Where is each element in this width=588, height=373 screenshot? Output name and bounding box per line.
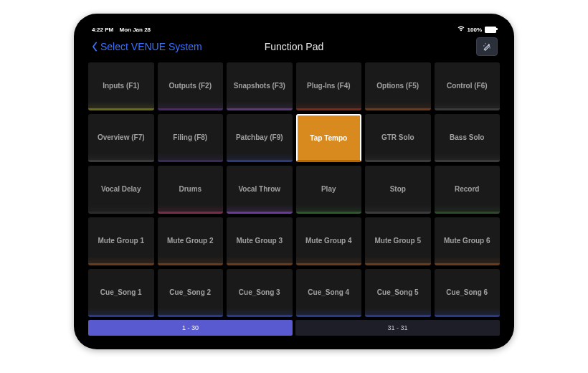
- status-left: 4:22 PM Mon Jan 28: [92, 27, 155, 33]
- page-tab-1[interactable]: 31 - 31: [295, 320, 500, 336]
- pad-4-1[interactable]: Cue_Song 2: [158, 269, 224, 317]
- pad-label: Record: [455, 185, 479, 193]
- pad-2-5[interactable]: Record: [435, 166, 501, 214]
- pad-2-2[interactable]: Vocal Throw: [227, 166, 293, 214]
- pad-label: Cue_Song 2: [169, 288, 211, 296]
- pad-label: Cue_Song 5: [377, 288, 419, 296]
- pad-label: Plug-Ins (F4): [307, 82, 351, 90]
- back-label: Select VENUE System: [100, 41, 202, 52]
- pad-label: Cue_Song 1: [100, 288, 142, 296]
- wand-icon: [483, 42, 491, 51]
- ipad-frame: 4:22 PM Mon Jan 28 100% Select VENUE Sys…: [74, 14, 514, 349]
- pad-0-0[interactable]: Inputs (F1): [88, 62, 154, 110]
- edit-button[interactable]: [476, 37, 498, 56]
- pad-4-5[interactable]: Cue_Song 6: [435, 269, 501, 317]
- pad-label: Drums: [179, 185, 201, 193]
- pad-2-4[interactable]: Stop: [365, 166, 431, 214]
- pad-1-4[interactable]: GTR Solo: [365, 114, 431, 162]
- pad-4-0[interactable]: Cue_Song 1: [88, 269, 154, 317]
- pad-1-0[interactable]: Overview (F7): [88, 114, 154, 162]
- chevron-left-icon: [90, 42, 99, 52]
- pad-label: Mute Group 6: [444, 237, 490, 245]
- pad-label: Options (F5): [376, 82, 419, 90]
- pad-label: Cue_Song 4: [308, 288, 349, 296]
- pad-1-3[interactable]: Tap Tempo: [296, 114, 362, 162]
- pad-label: Snapshots (F3): [234, 82, 285, 90]
- pad-label: Mute Group 2: [167, 237, 213, 245]
- pad-label: Cue_Song 6: [446, 288, 488, 296]
- page-tab-label: 31 - 31: [387, 324, 407, 331]
- pad-label: Tap Tempo: [310, 134, 347, 142]
- pad-label: Mute Group 3: [237, 237, 283, 245]
- status-time: 4:22 PM: [92, 27, 113, 33]
- pad-label: Mute Group 1: [98, 237, 144, 245]
- pad-label: Inputs (F1): [103, 82, 139, 90]
- pad-label: Outputs (F2): [169, 82, 212, 90]
- pad-4-4[interactable]: Cue_Song 5: [365, 269, 431, 317]
- page-selector: 1 - 3031 - 31: [85, 318, 503, 339]
- pad-1-5[interactable]: Bass Solo: [435, 114, 501, 162]
- pad-0-4[interactable]: Options (F5): [365, 62, 431, 110]
- page-tab-label: 1 - 30: [182, 324, 199, 331]
- pad-label: Play: [321, 185, 336, 193]
- pad-4-2[interactable]: Cue_Song 3: [227, 269, 293, 317]
- pad-grid: Inputs (F1)Outputs (F2)Snapshots (F3)Plu…: [85, 59, 503, 318]
- pad-3-1[interactable]: Mute Group 2: [158, 217, 224, 265]
- pad-1-2[interactable]: Patchbay (F9): [227, 114, 293, 162]
- pad-label: Vocal Throw: [238, 185, 280, 193]
- pad-2-3[interactable]: Play: [296, 166, 362, 214]
- pad-label: Vocal Delay: [101, 185, 141, 193]
- pad-0-3[interactable]: Plug-Ins (F4): [296, 62, 362, 110]
- page-tab-0[interactable]: 1 - 30: [88, 320, 293, 336]
- battery-icon: [485, 27, 496, 33]
- pad-0-2[interactable]: Snapshots (F3): [227, 62, 293, 110]
- status-bar: 4:22 PM Mon Jan 28 100%: [85, 24, 503, 34]
- pad-label: GTR Solo: [381, 133, 414, 141]
- pad-label: Patchbay (F9): [236, 133, 283, 141]
- pad-4-3[interactable]: Cue_Song 4: [296, 269, 362, 317]
- pad-label: Control (F6): [447, 82, 488, 90]
- pad-2-1[interactable]: Drums: [158, 166, 224, 214]
- pad-label: Mute Group 5: [375, 237, 421, 245]
- back-button[interactable]: Select VENUE System: [90, 41, 202, 52]
- pad-label: Cue_Song 3: [239, 288, 280, 296]
- pad-0-1[interactable]: Outputs (F2): [158, 62, 224, 110]
- status-right: 100%: [457, 26, 496, 33]
- pad-3-5[interactable]: Mute Group 6: [435, 217, 501, 265]
- pad-label: Overview (F7): [98, 133, 145, 141]
- pad-label: Mute Group 4: [305, 237, 351, 245]
- status-date: Mon Jan 28: [119, 27, 151, 33]
- screen: 4:22 PM Mon Jan 28 100% Select VENUE Sys…: [85, 24, 503, 339]
- pad-3-4[interactable]: Mute Group 5: [365, 217, 431, 265]
- nav-bar: Select VENUE System Function Pad: [85, 34, 503, 59]
- pad-0-5[interactable]: Control (F6): [435, 62, 501, 110]
- pad-label: Stop: [390, 185, 406, 193]
- pad-3-3[interactable]: Mute Group 4: [296, 217, 362, 265]
- pad-label: Bass Solo: [450, 133, 484, 141]
- pad-3-2[interactable]: Mute Group 3: [227, 217, 293, 265]
- pad-1-1[interactable]: Filing (F8): [158, 114, 224, 162]
- wifi-icon: [457, 26, 465, 33]
- status-battery-text: 100%: [468, 27, 482, 33]
- pad-label: Filing (F8): [173, 133, 207, 141]
- pad-3-0[interactable]: Mute Group 1: [88, 217, 154, 265]
- pad-2-0[interactable]: Vocal Delay: [88, 166, 154, 214]
